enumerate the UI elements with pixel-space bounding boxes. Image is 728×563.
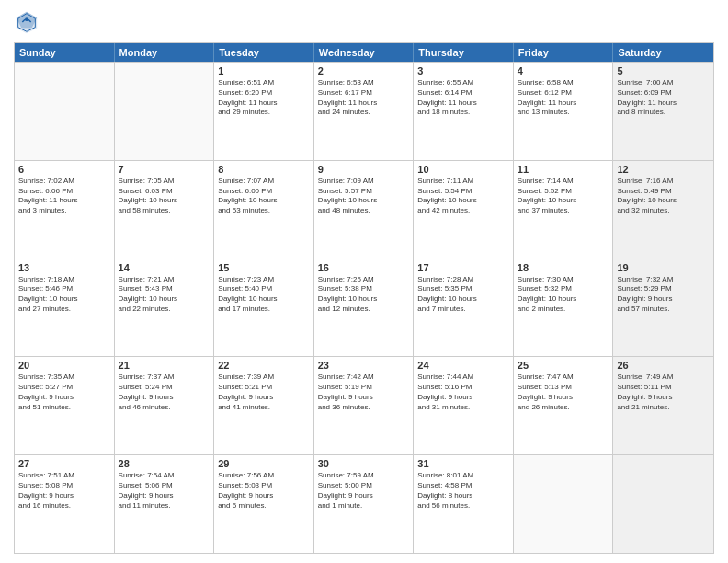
cell-info: Sunrise: 7:44 AM Sunset: 5:16 PM Dayligh…: [417, 373, 509, 412]
calendar-row: 20Sunrise: 7:35 AM Sunset: 5:27 PM Dayli…: [15, 356, 713, 454]
calendar-cell: 30Sunrise: 7:59 AM Sunset: 5:00 PM Dayli…: [314, 455, 415, 553]
cell-info: Sunrise: 7:54 AM Sunset: 5:06 PM Dayligh…: [119, 471, 210, 511]
calendar-cell: 3Sunrise: 6:55 AM Sunset: 6:14 PM Daylig…: [414, 63, 514, 160]
cell-info: Sunrise: 7:07 AM Sunset: 6:00 PM Dayligh…: [218, 177, 310, 216]
calendar-cell: 19Sunrise: 7:32 AM Sunset: 5:29 PM Dayli…: [613, 259, 713, 357]
cell-info: Sunrise: 6:51 AM Sunset: 6:20 PM Dayligh…: [218, 78, 310, 118]
cell-info: Sunrise: 6:55 AM Sunset: 6:14 PM Dayligh…: [417, 78, 509, 118]
cell-info: Sunrise: 7:32 AM Sunset: 5:29 PM Dayligh…: [617, 275, 710, 315]
weekday-header: Friday: [514, 43, 614, 62]
cell-info: Sunrise: 7:42 AM Sunset: 5:19 PM Dayligh…: [318, 373, 410, 412]
calendar-body: 1Sunrise: 6:51 AM Sunset: 6:20 PM Daylig…: [15, 62, 713, 553]
calendar-cell: [613, 455, 713, 553]
calendar-cell: 29Sunrise: 7:56 AM Sunset: 5:03 PM Dayli…: [214, 455, 314, 553]
calendar-cell: 13Sunrise: 7:18 AM Sunset: 5:46 PM Dayli…: [15, 259, 115, 357]
weekday-header: Saturday: [613, 43, 713, 62]
cell-info: Sunrise: 7:05 AM Sunset: 6:03 PM Dayligh…: [119, 177, 210, 216]
cell-info: Sunrise: 7:37 AM Sunset: 5:24 PM Dayligh…: [119, 373, 210, 412]
cell-info: Sunrise: 7:47 AM Sunset: 5:13 PM Dayligh…: [518, 373, 609, 412]
day-number: 31: [417, 458, 509, 469]
day-number: 23: [318, 360, 410, 371]
calendar-row: 27Sunrise: 7:51 AM Sunset: 5:08 PM Dayli…: [15, 454, 713, 553]
calendar-row: 1Sunrise: 6:51 AM Sunset: 6:20 PM Daylig…: [15, 62, 713, 160]
header: [14, 9, 714, 35]
day-number: 10: [417, 164, 509, 175]
calendar-row: 13Sunrise: 7:18 AM Sunset: 5:46 PM Dayli…: [15, 259, 713, 357]
calendar-cell: 26Sunrise: 7:49 AM Sunset: 5:11 PM Dayli…: [613, 357, 713, 454]
day-number: 17: [417, 262, 509, 273]
day-number: 24: [417, 360, 509, 371]
cell-info: Sunrise: 7:25 AM Sunset: 5:38 PM Dayligh…: [318, 275, 410, 315]
calendar-cell: 14Sunrise: 7:21 AM Sunset: 5:43 PM Dayli…: [115, 259, 215, 357]
cell-info: Sunrise: 7:30 AM Sunset: 5:32 PM Dayligh…: [518, 275, 609, 315]
cell-info: Sunrise: 7:21 AM Sunset: 5:43 PM Dayligh…: [119, 275, 210, 315]
day-number: 18: [518, 262, 609, 273]
calendar-cell: 2Sunrise: 6:53 AM Sunset: 6:17 PM Daylig…: [314, 63, 415, 160]
cell-info: Sunrise: 7:09 AM Sunset: 5:57 PM Dayligh…: [318, 177, 410, 216]
cell-info: Sunrise: 7:00 AM Sunset: 6:09 PM Dayligh…: [617, 78, 710, 118]
day-number: 22: [218, 360, 310, 371]
weekday-header: Thursday: [414, 43, 514, 62]
day-number: 29: [218, 458, 310, 469]
logo: [14, 9, 43, 35]
cell-info: Sunrise: 7:23 AM Sunset: 5:40 PM Dayligh…: [218, 275, 310, 315]
day-number: 13: [18, 262, 110, 273]
calendar-cell: 25Sunrise: 7:47 AM Sunset: 5:13 PM Dayli…: [514, 357, 614, 454]
cell-info: Sunrise: 7:18 AM Sunset: 5:46 PM Dayligh…: [18, 275, 110, 315]
day-number: 15: [218, 262, 310, 273]
calendar-cell: 16Sunrise: 7:25 AM Sunset: 5:38 PM Dayli…: [314, 259, 415, 357]
calendar-cell: 28Sunrise: 7:54 AM Sunset: 5:06 PM Dayli…: [115, 455, 215, 553]
calendar-row: 6Sunrise: 7:02 AM Sunset: 6:06 PM Daylig…: [15, 160, 713, 259]
cell-info: Sunrise: 7:16 AM Sunset: 5:49 PM Dayligh…: [617, 177, 710, 216]
calendar-cell: 12Sunrise: 7:16 AM Sunset: 5:49 PM Dayli…: [613, 161, 713, 259]
logo-icon: [14, 9, 40, 35]
weekday-header: Tuesday: [214, 43, 314, 62]
calendar-cell: [15, 63, 115, 160]
day-number: 25: [518, 360, 609, 371]
weekday-header: Monday: [115, 43, 215, 62]
calendar-cell: [514, 455, 614, 553]
day-number: 1: [218, 65, 310, 76]
calendar-cell: 23Sunrise: 7:42 AM Sunset: 5:19 PM Dayli…: [314, 357, 415, 454]
calendar-cell: 15Sunrise: 7:23 AM Sunset: 5:40 PM Dayli…: [214, 259, 314, 357]
weekday-header: Wednesday: [314, 43, 415, 62]
day-number: 19: [617, 262, 710, 273]
cell-info: Sunrise: 7:35 AM Sunset: 5:27 PM Dayligh…: [18, 373, 110, 412]
cell-info: Sunrise: 7:49 AM Sunset: 5:11 PM Dayligh…: [617, 373, 710, 412]
calendar-cell: 17Sunrise: 7:28 AM Sunset: 5:35 PM Dayli…: [414, 259, 514, 357]
day-number: 16: [318, 262, 410, 273]
calendar-cell: 21Sunrise: 7:37 AM Sunset: 5:24 PM Dayli…: [115, 357, 215, 454]
day-number: 11: [518, 164, 609, 175]
calendar-cell: 4Sunrise: 6:58 AM Sunset: 6:12 PM Daylig…: [514, 63, 614, 160]
cell-info: Sunrise: 7:14 AM Sunset: 5:52 PM Dayligh…: [518, 177, 609, 216]
day-number: 27: [18, 458, 110, 469]
day-number: 9: [318, 164, 410, 175]
calendar-cell: 27Sunrise: 7:51 AM Sunset: 5:08 PM Dayli…: [15, 455, 115, 553]
day-number: 8: [218, 164, 310, 175]
cell-info: Sunrise: 6:53 AM Sunset: 6:17 PM Dayligh…: [318, 78, 410, 118]
day-number: 28: [119, 458, 210, 469]
calendar-cell: 31Sunrise: 8:01 AM Sunset: 4:58 PM Dayli…: [414, 455, 514, 553]
calendar-cell: 5Sunrise: 7:00 AM Sunset: 6:09 PM Daylig…: [613, 63, 713, 160]
calendar-header: SundayMondayTuesdayWednesdayThursdayFrid…: [15, 43, 713, 62]
calendar-cell: 9Sunrise: 7:09 AM Sunset: 5:57 PM Daylig…: [314, 161, 415, 259]
cell-info: Sunrise: 7:11 AM Sunset: 5:54 PM Dayligh…: [417, 177, 509, 216]
calendar-cell: 1Sunrise: 6:51 AM Sunset: 6:20 PM Daylig…: [214, 63, 314, 160]
day-number: 7: [119, 164, 210, 175]
day-number: 20: [18, 360, 110, 371]
calendar-cell: 22Sunrise: 7:39 AM Sunset: 5:21 PM Dayli…: [214, 357, 314, 454]
calendar-cell: 10Sunrise: 7:11 AM Sunset: 5:54 PM Dayli…: [414, 161, 514, 259]
cell-info: Sunrise: 8:01 AM Sunset: 4:58 PM Dayligh…: [417, 471, 509, 511]
calendar-cell: 6Sunrise: 7:02 AM Sunset: 6:06 PM Daylig…: [15, 161, 115, 259]
cell-info: Sunrise: 7:51 AM Sunset: 5:08 PM Dayligh…: [18, 471, 110, 511]
day-number: 6: [18, 164, 110, 175]
day-number: 5: [617, 65, 710, 76]
calendar-cell: 20Sunrise: 7:35 AM Sunset: 5:27 PM Dayli…: [15, 357, 115, 454]
day-number: 12: [617, 164, 710, 175]
day-number: 14: [119, 262, 210, 273]
svg-point-3: [25, 17, 28, 21]
calendar: SundayMondayTuesdayWednesdayThursdayFrid…: [14, 42, 714, 554]
calendar-cell: [115, 63, 215, 160]
cell-info: Sunrise: 7:56 AM Sunset: 5:03 PM Dayligh…: [218, 471, 310, 511]
day-number: 21: [119, 360, 210, 371]
